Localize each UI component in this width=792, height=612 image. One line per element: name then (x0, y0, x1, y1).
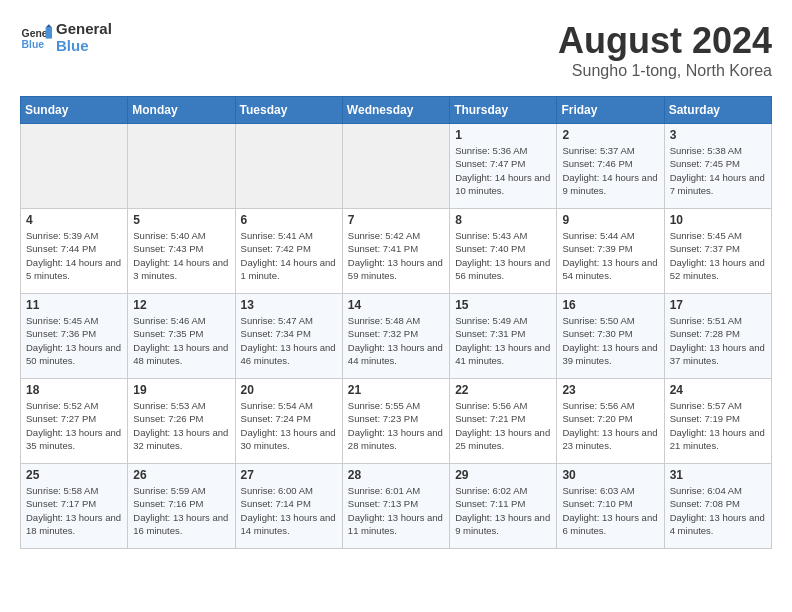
day-number: 20 (241, 383, 337, 397)
day-number: 17 (670, 298, 766, 312)
month-year-title: August 2024 (558, 20, 772, 62)
weekday-header-monday: Monday (128, 97, 235, 124)
logo-icon: General Blue (20, 21, 52, 53)
calendar-cell (21, 124, 128, 209)
day-info: Sunrise: 5:51 AMSunset: 7:28 PMDaylight:… (670, 314, 766, 367)
day-info: Sunrise: 5:45 AMSunset: 7:37 PMDaylight:… (670, 229, 766, 282)
calendar-cell: 18Sunrise: 5:52 AMSunset: 7:27 PMDayligh… (21, 379, 128, 464)
calendar-cell: 6Sunrise: 5:41 AMSunset: 7:42 PMDaylight… (235, 209, 342, 294)
svg-marker-2 (46, 27, 52, 38)
weekday-header-sunday: Sunday (21, 97, 128, 124)
calendar-cell: 11Sunrise: 5:45 AMSunset: 7:36 PMDayligh… (21, 294, 128, 379)
calendar-cell: 9Sunrise: 5:44 AMSunset: 7:39 PMDaylight… (557, 209, 664, 294)
day-info: Sunrise: 5:39 AMSunset: 7:44 PMDaylight:… (26, 229, 122, 282)
calendar-cell: 16Sunrise: 5:50 AMSunset: 7:30 PMDayligh… (557, 294, 664, 379)
day-number: 4 (26, 213, 122, 227)
logo-blue-text: Blue (56, 37, 112, 54)
day-number: 26 (133, 468, 229, 482)
day-number: 7 (348, 213, 444, 227)
day-info: Sunrise: 5:50 AMSunset: 7:30 PMDaylight:… (562, 314, 658, 367)
day-info: Sunrise: 5:55 AMSunset: 7:23 PMDaylight:… (348, 399, 444, 452)
day-number: 18 (26, 383, 122, 397)
day-info: Sunrise: 5:54 AMSunset: 7:24 PMDaylight:… (241, 399, 337, 452)
day-info: Sunrise: 5:52 AMSunset: 7:27 PMDaylight:… (26, 399, 122, 452)
header: General Blue General Blue August 2024 Su… (20, 20, 772, 80)
calendar-cell: 28Sunrise: 6:01 AMSunset: 7:13 PMDayligh… (342, 464, 449, 549)
day-info: Sunrise: 6:04 AMSunset: 7:08 PMDaylight:… (670, 484, 766, 537)
day-number: 10 (670, 213, 766, 227)
weekday-header-tuesday: Tuesday (235, 97, 342, 124)
calendar-cell: 22Sunrise: 5:56 AMSunset: 7:21 PMDayligh… (450, 379, 557, 464)
calendar-cell: 23Sunrise: 5:56 AMSunset: 7:20 PMDayligh… (557, 379, 664, 464)
day-number: 29 (455, 468, 551, 482)
day-info: Sunrise: 5:44 AMSunset: 7:39 PMDaylight:… (562, 229, 658, 282)
day-info: Sunrise: 5:48 AMSunset: 7:32 PMDaylight:… (348, 314, 444, 367)
day-number: 2 (562, 128, 658, 142)
calendar-cell: 12Sunrise: 5:46 AMSunset: 7:35 PMDayligh… (128, 294, 235, 379)
calendar-cell: 24Sunrise: 5:57 AMSunset: 7:19 PMDayligh… (664, 379, 771, 464)
calendar-cell (235, 124, 342, 209)
day-info: Sunrise: 5:41 AMSunset: 7:42 PMDaylight:… (241, 229, 337, 282)
calendar-cell: 30Sunrise: 6:03 AMSunset: 7:10 PMDayligh… (557, 464, 664, 549)
location-subtitle: Sungho 1-tong, North Korea (558, 62, 772, 80)
day-number: 8 (455, 213, 551, 227)
calendar-cell: 27Sunrise: 6:00 AMSunset: 7:14 PMDayligh… (235, 464, 342, 549)
calendar-cell: 14Sunrise: 5:48 AMSunset: 7:32 PMDayligh… (342, 294, 449, 379)
day-number: 5 (133, 213, 229, 227)
calendar-week-row: 1Sunrise: 5:36 AMSunset: 7:47 PMDaylight… (21, 124, 772, 209)
day-info: Sunrise: 6:03 AMSunset: 7:10 PMDaylight:… (562, 484, 658, 537)
calendar-cell: 25Sunrise: 5:58 AMSunset: 7:17 PMDayligh… (21, 464, 128, 549)
logo: General Blue General Blue (20, 20, 112, 54)
calendar-cell: 20Sunrise: 5:54 AMSunset: 7:24 PMDayligh… (235, 379, 342, 464)
title-section: August 2024 Sungho 1-tong, North Korea (558, 20, 772, 80)
day-number: 23 (562, 383, 658, 397)
calendar-cell (128, 124, 235, 209)
day-number: 9 (562, 213, 658, 227)
weekday-header-row: SundayMondayTuesdayWednesdayThursdayFrid… (21, 97, 772, 124)
calendar-week-row: 11Sunrise: 5:45 AMSunset: 7:36 PMDayligh… (21, 294, 772, 379)
calendar-cell: 26Sunrise: 5:59 AMSunset: 7:16 PMDayligh… (128, 464, 235, 549)
day-info: Sunrise: 5:56 AMSunset: 7:21 PMDaylight:… (455, 399, 551, 452)
day-number: 28 (348, 468, 444, 482)
calendar-cell: 15Sunrise: 5:49 AMSunset: 7:31 PMDayligh… (450, 294, 557, 379)
day-info: Sunrise: 5:40 AMSunset: 7:43 PMDaylight:… (133, 229, 229, 282)
weekday-header-saturday: Saturday (664, 97, 771, 124)
day-info: Sunrise: 5:47 AMSunset: 7:34 PMDaylight:… (241, 314, 337, 367)
day-number: 1 (455, 128, 551, 142)
day-info: Sunrise: 5:59 AMSunset: 7:16 PMDaylight:… (133, 484, 229, 537)
svg-marker-3 (46, 24, 52, 27)
calendar-cell: 2Sunrise: 5:37 AMSunset: 7:46 PMDaylight… (557, 124, 664, 209)
day-info: Sunrise: 6:01 AMSunset: 7:13 PMDaylight:… (348, 484, 444, 537)
day-number: 3 (670, 128, 766, 142)
calendar-cell: 5Sunrise: 5:40 AMSunset: 7:43 PMDaylight… (128, 209, 235, 294)
day-info: Sunrise: 5:36 AMSunset: 7:47 PMDaylight:… (455, 144, 551, 197)
day-info: Sunrise: 5:56 AMSunset: 7:20 PMDaylight:… (562, 399, 658, 452)
day-number: 24 (670, 383, 766, 397)
day-number: 30 (562, 468, 658, 482)
weekday-header-friday: Friday (557, 97, 664, 124)
day-number: 22 (455, 383, 551, 397)
calendar-cell: 19Sunrise: 5:53 AMSunset: 7:26 PMDayligh… (128, 379, 235, 464)
calendar-cell: 31Sunrise: 6:04 AMSunset: 7:08 PMDayligh… (664, 464, 771, 549)
calendar-cell: 8Sunrise: 5:43 AMSunset: 7:40 PMDaylight… (450, 209, 557, 294)
logo-general-text: General (56, 20, 112, 37)
calendar-cell (342, 124, 449, 209)
calendar-cell: 13Sunrise: 5:47 AMSunset: 7:34 PMDayligh… (235, 294, 342, 379)
day-number: 31 (670, 468, 766, 482)
calendar-table: SundayMondayTuesdayWednesdayThursdayFrid… (20, 96, 772, 549)
day-info: Sunrise: 5:58 AMSunset: 7:17 PMDaylight:… (26, 484, 122, 537)
day-info: Sunrise: 5:45 AMSunset: 7:36 PMDaylight:… (26, 314, 122, 367)
day-info: Sunrise: 5:38 AMSunset: 7:45 PMDaylight:… (670, 144, 766, 197)
day-info: Sunrise: 5:42 AMSunset: 7:41 PMDaylight:… (348, 229, 444, 282)
calendar-week-row: 18Sunrise: 5:52 AMSunset: 7:27 PMDayligh… (21, 379, 772, 464)
day-number: 12 (133, 298, 229, 312)
day-number: 14 (348, 298, 444, 312)
day-number: 27 (241, 468, 337, 482)
day-info: Sunrise: 5:53 AMSunset: 7:26 PMDaylight:… (133, 399, 229, 452)
day-info: Sunrise: 5:43 AMSunset: 7:40 PMDaylight:… (455, 229, 551, 282)
calendar-cell: 10Sunrise: 5:45 AMSunset: 7:37 PMDayligh… (664, 209, 771, 294)
day-info: Sunrise: 5:46 AMSunset: 7:35 PMDaylight:… (133, 314, 229, 367)
day-info: Sunrise: 5:49 AMSunset: 7:31 PMDaylight:… (455, 314, 551, 367)
day-number: 13 (241, 298, 337, 312)
calendar-cell: 21Sunrise: 5:55 AMSunset: 7:23 PMDayligh… (342, 379, 449, 464)
